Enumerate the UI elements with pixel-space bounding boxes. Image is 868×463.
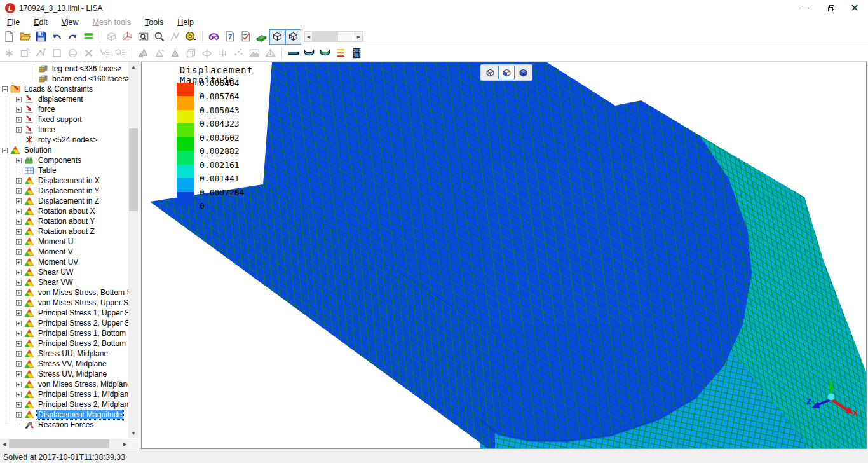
scroll-down-icon[interactable]: ▼ xyxy=(128,428,139,438)
bitmap-button[interactable] xyxy=(247,46,262,61)
new-file-button[interactable] xyxy=(1,29,17,45)
tree-item-solution[interactable]: −Solution xyxy=(0,145,129,155)
scroll-track[interactable] xyxy=(313,31,355,42)
view-solid-button[interactable] xyxy=(515,66,531,79)
face-quad-button[interactable] xyxy=(49,46,65,61)
shaded-mesh-view-button[interactable] xyxy=(285,29,301,45)
load-arrows-button[interactable] xyxy=(333,46,349,61)
refine-custom-button[interactable] xyxy=(17,46,33,61)
zoom-window-button[interactable] xyxy=(135,29,151,45)
expand-icon[interactable]: + xyxy=(16,178,22,184)
menu-tools[interactable]: Tools xyxy=(138,17,170,29)
expand-icon[interactable]: + xyxy=(16,107,22,113)
tree-vertical-scrollbar[interactable]: ▲ ▼ xyxy=(128,62,139,438)
expand-icon[interactable]: + xyxy=(16,280,22,286)
tree-vscroll-thumb[interactable] xyxy=(129,128,138,211)
expand-icon[interactable]: + xyxy=(16,290,22,296)
expand-icon[interactable]: + xyxy=(16,117,22,123)
menu-file[interactable]: File xyxy=(0,17,27,29)
expand-icon[interactable]: + xyxy=(16,402,22,408)
model-viewport[interactable]: XYZ Displacement Magnitude 0.0064840.005… xyxy=(141,62,867,449)
tri-pair-button[interactable] xyxy=(135,46,151,61)
refine-button[interactable] xyxy=(1,46,17,61)
view-wireframe-button[interactable] xyxy=(482,66,498,79)
tree-horizontal-scrollbar[interactable]: ◀ ▶ xyxy=(0,439,129,449)
expand-icon[interactable]: + xyxy=(16,412,22,418)
scroll-up-icon[interactable]: ▲ xyxy=(128,62,139,72)
shaded-view-button[interactable] xyxy=(269,29,285,45)
expand-icon[interactable]: + xyxy=(16,310,22,316)
expand-icon[interactable]: + xyxy=(16,382,22,387)
expand-icon[interactable]: + xyxy=(16,371,22,377)
collapse-icon[interactable]: − xyxy=(2,148,8,153)
node-dots-button[interactable] xyxy=(231,46,247,61)
save-file-button[interactable] xyxy=(33,29,49,45)
select-rows-button[interactable] xyxy=(97,46,112,61)
expand-icon[interactable]: + xyxy=(16,392,22,397)
arrows-down-button[interactable] xyxy=(215,46,231,61)
measure-tape-button[interactable] xyxy=(183,29,199,45)
clear-mesh-button[interactable] xyxy=(254,29,269,45)
collapse-icon[interactable]: − xyxy=(2,86,8,92)
case-check-button[interactable] xyxy=(238,29,254,45)
tri-fill-button[interactable] xyxy=(167,46,183,61)
expand-icon[interactable]: + xyxy=(16,300,22,306)
expand-icon[interactable]: + xyxy=(16,127,22,133)
expand-icon[interactable]: + xyxy=(16,321,22,326)
tri-outline-button[interactable] xyxy=(151,46,167,61)
expand-icon[interactable]: + xyxy=(16,209,22,214)
expand-icon[interactable]: + xyxy=(16,361,22,367)
node-path-button[interactable] xyxy=(33,46,49,61)
cube-wireframe-button[interactable] xyxy=(104,29,119,45)
tree-hscroll-thumb[interactable] xyxy=(9,439,109,448)
expand-icon[interactable]: + xyxy=(16,229,22,235)
probe-button[interactable] xyxy=(167,29,183,45)
delete-x-button[interactable] xyxy=(81,46,97,61)
volume-sphere-button[interactable] xyxy=(65,46,81,61)
menu-help[interactable]: Help xyxy=(170,17,201,29)
plate-element-button[interactable] xyxy=(285,46,301,61)
tree-item-beam-end-160-faces[interactable]: beam-end <160 faces> xyxy=(0,74,129,84)
cube-axes-button[interactable] xyxy=(119,29,135,45)
zoom-button[interactable] xyxy=(151,29,167,45)
scroll-left-icon[interactable]: ◀ xyxy=(304,31,313,42)
menu-mesh-tools[interactable]: Mesh tools xyxy=(86,17,138,29)
extrude-button[interactable] xyxy=(183,46,199,61)
new-case-button[interactable]: 7 xyxy=(222,29,238,45)
expand-icon[interactable]: + xyxy=(16,97,22,102)
view-glasses-button[interactable] xyxy=(206,29,222,45)
expand-icon[interactable]: + xyxy=(16,270,22,275)
redo-button[interactable] xyxy=(65,29,81,45)
shell-composite-button[interactable] xyxy=(317,46,333,61)
shell-element-button[interactable] xyxy=(301,46,317,61)
view-shaded-mesh-button[interactable] xyxy=(498,66,515,79)
menu-edit[interactable]: Edit xyxy=(27,17,55,29)
undo-button[interactable] xyxy=(49,29,65,45)
expand-icon[interactable]: + xyxy=(16,219,22,225)
scroll-left-icon[interactable]: ◀ xyxy=(0,439,8,449)
minimize-button[interactable] xyxy=(794,0,816,16)
restore-button[interactable] xyxy=(820,0,842,16)
expand-icon[interactable]: + xyxy=(16,341,22,347)
expand-icon[interactable]: + xyxy=(16,198,22,204)
tree-item-leg-end-336-faces[interactable]: leg-end <336 faces> xyxy=(0,64,129,74)
load-case-scrollbar[interactable]: ◀▶ xyxy=(304,31,363,42)
expand-icon[interactable]: + xyxy=(16,158,22,163)
expand-icon[interactable]: + xyxy=(16,331,22,336)
close-button[interactable]: ✕ xyxy=(844,0,865,16)
scroll-thumb[interactable] xyxy=(313,32,338,41)
expand-icon[interactable]: + xyxy=(16,259,22,265)
scroll-right-icon[interactable]: ▶ xyxy=(355,31,363,42)
open-file-button[interactable] xyxy=(17,29,33,45)
expand-icon[interactable]: + xyxy=(16,188,22,194)
expand-icon[interactable]: + xyxy=(16,239,22,245)
prism-button[interactable] xyxy=(262,46,278,61)
tree-item-loads-constraints[interactable]: −Loads & Constraints xyxy=(0,84,129,94)
expand-icon[interactable]: + xyxy=(16,351,22,357)
revolve-button[interactable] xyxy=(199,46,215,61)
menu-view[interactable]: View xyxy=(55,17,86,29)
expand-icon[interactable]: + xyxy=(16,249,22,255)
table-lines-button[interactable] xyxy=(81,29,97,45)
select-rows-3d-button[interactable] xyxy=(112,46,128,61)
animate-film-button[interactable] xyxy=(349,46,365,61)
